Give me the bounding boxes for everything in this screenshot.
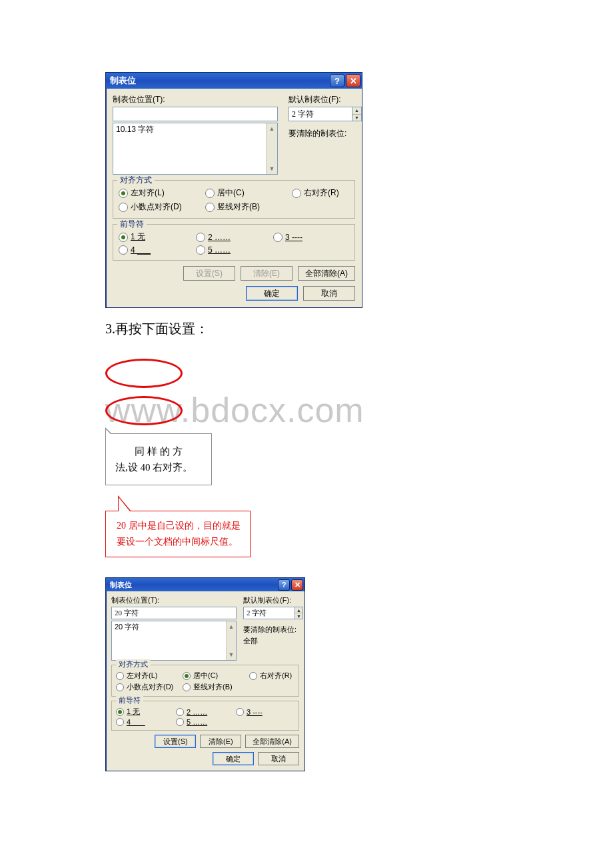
spinner-down-icon[interactable]: ▼ — [295, 613, 303, 619]
leader-legend: 前导符 — [116, 695, 143, 705]
tab-position-listbox[interactable]: 10.13 字符 ▲ ▼ — [113, 123, 278, 175]
listbox-scrollbar[interactable]: ▲ ▼ — [266, 123, 277, 174]
tabs-dialog-2: 制表位 ? ✕ 制表位位置(T): 20 字符 ▲ ▼ — [105, 577, 305, 771]
callout-note-1: 同 样 的 方 法,设 40 右对齐。 — [105, 433, 212, 485]
close-button[interactable]: ✕ — [291, 579, 303, 591]
radio-align-left[interactable]: 左对齐(L) — [116, 671, 183, 681]
radio-leader-1[interactable]: 1 无 — [116, 707, 176, 717]
default-tab-spinner[interactable]: ▲ ▼ — [352, 107, 362, 121]
set-button[interactable]: 设置(S) — [183, 266, 235, 281]
alignment-legend: 对齐方式 — [117, 175, 155, 186]
cancel-button[interactable]: 取消 — [258, 752, 299, 765]
clear-button[interactable]: 清除(E) — [200, 735, 241, 748]
radio-leader-5[interactable]: 5 …… — [176, 718, 236, 726]
radio-leader-4[interactable]: 4 ___ — [116, 718, 176, 726]
clear-tabs-label: 要清除的制表位: — [243, 625, 303, 635]
ok-button[interactable]: 确定 — [246, 286, 298, 301]
callout1-line1: 同 样 的 方 — [115, 443, 202, 459]
set-button[interactable]: 设置(S) — [155, 735, 196, 748]
dialog-title: 制表位 — [110, 580, 132, 590]
list-item[interactable]: 10.13 字符 — [113, 123, 277, 136]
spinner-down-icon[interactable]: ▼ — [352, 115, 361, 121]
tab-position-input[interactable] — [111, 607, 237, 619]
clear-all-button[interactable]: 全部清除(A) — [298, 266, 355, 281]
radio-align-center[interactable]: 居中(C) — [205, 187, 292, 199]
radio-align-bar[interactable]: 竖线对齐(B) — [205, 201, 292, 213]
callout1-line2: 法,设 40 右对齐。 — [115, 459, 202, 475]
alignment-fieldset: 对齐方式 左对齐(L) 居中(C) 右对齐(R) 小数点对齐(D) 竖线对齐(B… — [113, 180, 355, 219]
radio-leader-2[interactable]: 2 …… — [176, 707, 236, 717]
help-button[interactable]: ? — [278, 579, 290, 591]
clear-tabs-value: 全部 — [243, 636, 303, 646]
titlebar[interactable]: 制表位 ? ✕ — [106, 73, 362, 89]
step-3-text: 3.再按下面设置： — [105, 320, 508, 338]
annotation-ellipse-1 — [105, 359, 183, 388]
help-button[interactable]: ? — [330, 74, 344, 87]
radio-align-bar[interactable]: 竖线对齐(B) — [183, 682, 249, 692]
radio-align-decimal[interactable]: 小数点对齐(D) — [119, 201, 205, 213]
ok-button[interactable]: 确定 — [213, 752, 254, 765]
dialog-title: 制表位 — [110, 75, 136, 87]
radio-leader-4[interactable]: 4 ___ — [119, 245, 196, 255]
listbox-scrollbar[interactable]: ▲ ▼ — [226, 621, 236, 660]
list-item[interactable]: 20 字符 — [112, 621, 236, 633]
spinner-up-icon[interactable]: ▲ — [352, 107, 361, 115]
radio-leader-5[interactable]: 5 …… — [196, 245, 273, 255]
default-tab-input[interactable] — [289, 107, 352, 121]
callout-note-2: 20 居中是自己设的，目的就是要设一个文档的中间标尺值。 — [105, 511, 251, 557]
clear-all-button[interactable]: 全部清除(A) — [245, 735, 299, 748]
leader-legend: 前导符 — [117, 219, 147, 230]
radio-leader-1[interactable]: 1 无 — [119, 231, 196, 243]
default-tab-input[interactable] — [243, 607, 295, 619]
alignment-legend: 对齐方式 — [116, 659, 151, 669]
radio-leader-3[interactable]: 3 ---- — [236, 707, 296, 717]
clear-tabs-label: 要清除的制表位: — [289, 128, 362, 139]
cancel-button[interactable]: 取消 — [303, 286, 355, 301]
radio-leader-2[interactable]: 2 …… — [196, 231, 273, 243]
tab-position-label: 制表位位置(T): — [111, 595, 235, 605]
titlebar[interactable]: 制表位 ? ✕ — [106, 578, 305, 591]
leader-fieldset: 前导符 1 无 2 …… 3 ---- 4 ___ 5 …… — [113, 224, 355, 261]
spinner-up-icon[interactable]: ▲ — [295, 607, 303, 613]
clear-button[interactable]: 清除(E) — [241, 266, 293, 281]
leader-fieldset: 前导符 1 无 2 …… 3 ---- 4 ___ 5 …… — [111, 701, 299, 731]
radio-align-right[interactable]: 右对齐(R) — [292, 187, 378, 199]
callout2-text: 20 居中是自己设的，目的就是要设一个文档的中间标尺值。 — [117, 518, 242, 550]
scroll-down-icon[interactable]: ▼ — [227, 649, 236, 660]
radio-align-decimal[interactable]: 小数点对齐(D) — [116, 682, 183, 692]
default-tab-label: 默认制表位(F): — [289, 94, 362, 105]
tab-position-listbox[interactable]: 20 字符 ▲ ▼ — [111, 621, 237, 661]
scroll-up-icon[interactable]: ▲ — [227, 621, 236, 632]
scroll-up-icon[interactable]: ▲ — [267, 123, 277, 134]
radio-leader-3[interactable]: 3 ---- — [273, 231, 350, 243]
close-button[interactable]: ✕ — [346, 74, 360, 87]
radio-align-left[interactable]: 左对齐(L) — [119, 187, 205, 199]
radio-align-right[interactable]: 右对齐(R) — [249, 671, 309, 681]
tab-position-label: 制表位位置(T): — [113, 94, 278, 105]
annotation-ellipse-2 — [105, 396, 183, 425]
default-tab-label: 默认制表位(F): — [243, 595, 303, 605]
default-tab-spinner[interactable]: ▲ ▼ — [295, 607, 303, 619]
alignment-fieldset: 对齐方式 左对齐(L) 居中(C) 右对齐(R) 小数点对齐(D) 竖线对齐(B… — [111, 665, 299, 697]
scroll-down-icon[interactable]: ▼ — [267, 163, 277, 174]
tabs-dialog-1: 制表位 ? ✕ 制表位位置(T): 10.13 字符 ▲ — [105, 72, 362, 308]
tab-position-input[interactable] — [113, 107, 278, 121]
radio-align-center[interactable]: 居中(C) — [183, 671, 249, 681]
